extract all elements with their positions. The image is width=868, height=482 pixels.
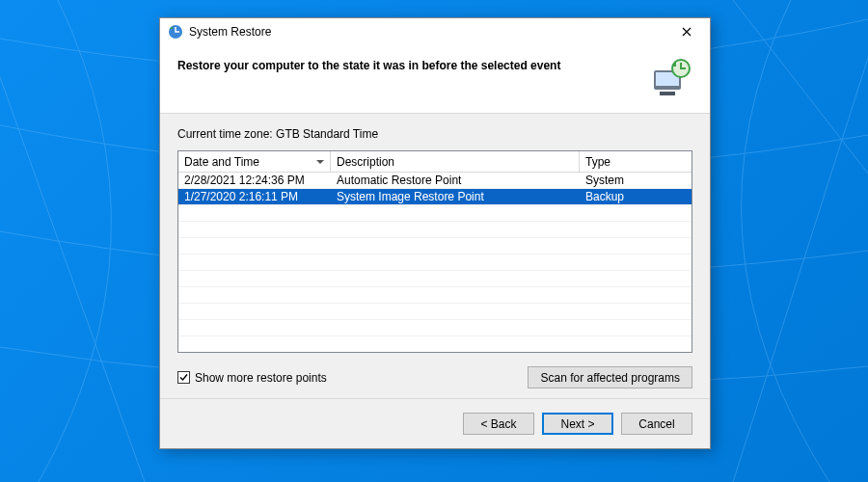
checkbox-label: Show more restore points	[195, 371, 327, 385]
column-header-date[interactable]: Date and Time	[178, 151, 331, 173]
restore-header-icon	[648, 57, 692, 97]
restore-points-table: Date and Time Description Type 2/28/2021…	[177, 150, 692, 353]
table-header: Date and Time Description Type	[178, 151, 692, 173]
scan-affected-programs-button[interactable]: Scan for affected programs	[528, 366, 692, 388]
close-button[interactable]	[671, 21, 702, 42]
system-restore-dialog: System Restore Restore your computer to …	[159, 17, 711, 449]
svg-rect-3	[660, 92, 675, 95]
cell-type: Backup	[580, 190, 692, 203]
page-heading: Restore your computer to the state it wa…	[177, 57, 648, 72]
cell-description: System Image Restore Point	[331, 190, 580, 203]
window-title: System Restore	[189, 25, 671, 39]
empty-row	[178, 336, 692, 353]
back-button[interactable]: < Back	[463, 413, 534, 435]
table-body: 2/28/2021 12:24:36 PMAutomatic Restore P…	[178, 173, 692, 353]
table-row[interactable]: 2/28/2021 12:24:36 PMAutomatic Restore P…	[178, 173, 692, 189]
column-header-type[interactable]: Type	[580, 151, 692, 173]
empty-row	[178, 205, 692, 222]
cell-date: 2/28/2021 12:24:36 PM	[178, 174, 331, 187]
show-more-restore-points-checkbox[interactable]: Show more restore points	[177, 371, 327, 385]
table-row[interactable]: 1/27/2020 2:16:11 PMSystem Image Restore…	[178, 189, 692, 205]
system-restore-icon	[168, 24, 183, 40]
column-header-description[interactable]: Description	[331, 151, 580, 173]
empty-row	[178, 222, 692, 238]
timezone-label: Current time zone: GTB Standard Time	[177, 127, 692, 141]
next-button[interactable]: Next >	[542, 413, 613, 435]
titlebar: System Restore	[160, 18, 710, 45]
empty-row	[178, 238, 692, 254]
cancel-button[interactable]: Cancel	[621, 413, 692, 435]
cell-type: System	[580, 174, 692, 187]
empty-row	[178, 304, 692, 320]
empty-row	[178, 271, 692, 287]
header-panel: Restore your computer to the state it wa…	[160, 45, 710, 114]
checkbox-box	[177, 371, 190, 384]
empty-row	[178, 287, 692, 304]
cell-date: 1/27/2020 2:16:11 PM	[178, 190, 331, 203]
empty-row	[178, 254, 692, 271]
wizard-footer: < Back Next > Cancel	[160, 398, 710, 448]
empty-row	[178, 320, 692, 336]
body-panel: Current time zone: GTB Standard Time Dat…	[160, 114, 710, 398]
cell-description: Automatic Restore Point	[331, 174, 580, 187]
